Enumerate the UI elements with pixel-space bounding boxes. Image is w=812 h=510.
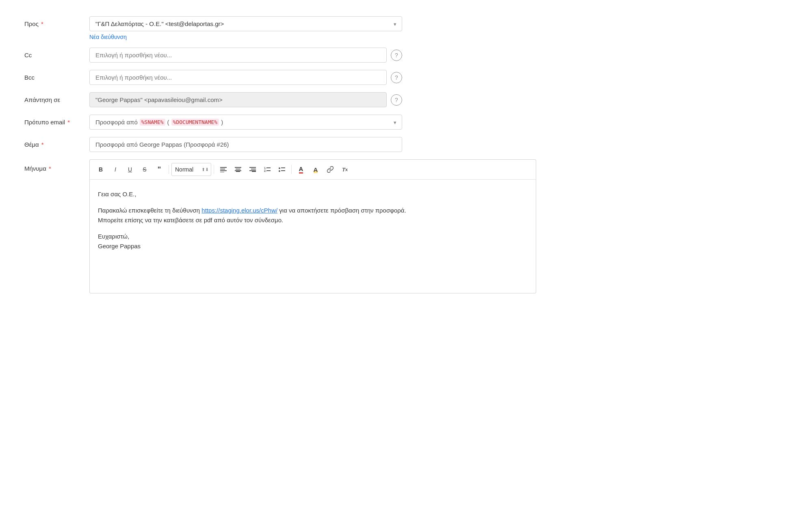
toolbar-separator-3	[291, 165, 292, 174]
highlight-a-icon: A	[314, 166, 318, 173]
ordered-list-icon: 1. 2.	[264, 167, 271, 172]
bcc-help-icon[interactable]: ?	[391, 72, 402, 83]
italic-button[interactable]: I	[108, 163, 122, 176]
toolbar-separator-1	[169, 165, 169, 174]
svg-text:1.: 1.	[264, 167, 266, 169]
reply-to-label: Απάντηση σε	[24, 92, 89, 103]
template-middle: (	[167, 119, 169, 126]
align-left-button[interactable]	[217, 163, 230, 176]
underline-button[interactable]: U	[123, 163, 137, 176]
svg-rect-4	[235, 167, 241, 168]
template-prefix: Προσφορά από	[95, 119, 138, 126]
align-center-button[interactable]	[231, 163, 245, 176]
to-label: Προς *	[24, 16, 89, 27]
svg-rect-14	[266, 167, 271, 168]
unordered-list-button[interactable]	[275, 163, 289, 176]
cc-row: Cc ?	[24, 48, 788, 63]
subject-required-star: *	[40, 141, 44, 148]
template-row: Πρότυπο email * Προσφορά από %SNAME% ( %…	[24, 115, 788, 130]
message-toolbar: B I U S " Normal Heading 1 Heading 2 Hea…	[89, 159, 536, 180]
message-body[interactable]: Γεια σας Ο.Ε., Παρακαλώ επισκεφθείτε τη …	[89, 180, 536, 293]
align-right-icon	[249, 167, 256, 172]
strikethrough-button[interactable]: S	[138, 163, 152, 176]
template-label: Πρότυπο email *	[24, 115, 89, 126]
svg-rect-7	[236, 171, 240, 172]
clear-format-button[interactable]: Tx	[338, 163, 352, 176]
message-link[interactable]: https://staging.elor.us/cPhw/	[201, 207, 277, 214]
to-row: Προς * "Γ&Π Δελαπόρτας - Ο.Ε." <test@del…	[24, 16, 788, 40]
message-closing: Ευχαριστώ, George Pappas	[98, 232, 528, 251]
svg-rect-2	[220, 170, 227, 171]
bold-button[interactable]: B	[94, 163, 108, 176]
template-display[interactable]: Προσφορά από %SNAME% ( %DOCUMENTNAME% )	[89, 115, 402, 130]
template-tag1: %SNAME%	[140, 119, 165, 126]
message-label: Μήνυμα *	[24, 159, 89, 172]
highlight-button[interactable]: A	[309, 163, 323, 176]
svg-rect-8	[249, 167, 256, 168]
subject-row: Θέμα *	[24, 137, 788, 152]
svg-rect-6	[235, 170, 241, 171]
message-main: Παρακαλώ επισκεφθείτε τη διεύθυνση https…	[98, 206, 528, 225]
message-greeting: Γεια σας Ο.Ε.,	[98, 189, 528, 199]
bcc-field: ?	[89, 70, 402, 85]
bcc-label: Bcc	[24, 70, 89, 81]
bcc-input-group: ?	[89, 70, 402, 85]
unordered-list-icon	[279, 167, 285, 172]
to-select-wrapper: "Γ&Π Δελαπόρτας - Ο.Ε." <test@delaportas…	[89, 16, 402, 31]
svg-rect-1	[220, 169, 225, 169]
style-select-wrapper: Normal Heading 1 Heading 2 Heading 3 ⬆⬇	[171, 163, 211, 176]
message-required-star: *	[47, 165, 51, 172]
template-required-star: *	[66, 119, 70, 126]
template-tag2: %DOCUMENTNAME%	[171, 119, 219, 126]
align-right-button[interactable]	[246, 163, 260, 176]
cc-input[interactable]	[89, 48, 387, 63]
ordered-list-button[interactable]: 1. 2.	[260, 163, 274, 176]
link-icon	[327, 166, 334, 173]
page-wrapper: Προς * "Γ&Π Δελαπόρτας - Ο.Ε." <test@del…	[0, 0, 812, 510]
link-button[interactable]	[323, 163, 337, 176]
blockquote-button[interactable]: "	[152, 163, 166, 176]
font-color-a-icon: A	[299, 165, 303, 174]
svg-rect-19	[281, 170, 285, 171]
svg-point-16	[279, 167, 280, 169]
subject-field	[89, 137, 402, 152]
reply-to-input-group: ?	[89, 92, 402, 107]
svg-point-17	[279, 170, 280, 172]
style-select[interactable]: Normal Heading 1 Heading 2 Heading 3	[171, 163, 211, 176]
to-required-star: *	[39, 20, 43, 27]
align-left-icon	[220, 167, 227, 172]
reply-to-help-icon[interactable]: ?	[391, 94, 402, 106]
to-select[interactable]: "Γ&Π Δελαπόρτας - Ο.Ε." <test@delaportas…	[89, 16, 402, 31]
bcc-input[interactable]	[89, 70, 387, 85]
to-field: "Γ&Π Δελαπόρτας - Ο.Ε." <test@delaportas…	[89, 16, 402, 40]
subject-label: Θέμα *	[24, 137, 89, 148]
font-color-button[interactable]: A	[294, 163, 308, 176]
cc-input-group: ?	[89, 48, 402, 63]
svg-rect-0	[220, 167, 227, 168]
new-address-link[interactable]: Νέα διεύθυνση	[89, 34, 127, 40]
message-row: Μήνυμα * B I U S " Normal Heading 1 Head…	[24, 159, 788, 293]
message-field: B I U S " Normal Heading 1 Heading 2 Hea…	[89, 159, 536, 293]
align-center-icon	[235, 167, 241, 172]
toolbar-separator-2	[214, 165, 214, 174]
reply-to-field: ?	[89, 92, 402, 107]
reply-to-input[interactable]	[89, 92, 387, 107]
svg-rect-11	[252, 171, 256, 172]
svg-rect-18	[281, 167, 285, 168]
bcc-row: Bcc ?	[24, 70, 788, 85]
svg-rect-5	[236, 169, 240, 169]
reply-to-row: Απάντηση σε ?	[24, 92, 788, 107]
svg-rect-9	[251, 169, 256, 169]
template-select-wrapper: Προσφορά από %SNAME% ( %DOCUMENTNAME% ) …	[89, 115, 402, 130]
svg-rect-3	[220, 172, 224, 172]
template-suffix: )	[221, 119, 223, 126]
svg-rect-15	[266, 170, 271, 171]
svg-rect-10	[249, 170, 256, 171]
cc-help-icon[interactable]: ?	[391, 50, 402, 61]
svg-text:2.: 2.	[264, 169, 266, 172]
template-field: Προσφορά από %SNAME% ( %DOCUMENTNAME% ) …	[89, 115, 402, 130]
cc-label: Cc	[24, 48, 89, 59]
subject-input[interactable]	[89, 137, 402, 152]
cc-field: ?	[89, 48, 402, 63]
